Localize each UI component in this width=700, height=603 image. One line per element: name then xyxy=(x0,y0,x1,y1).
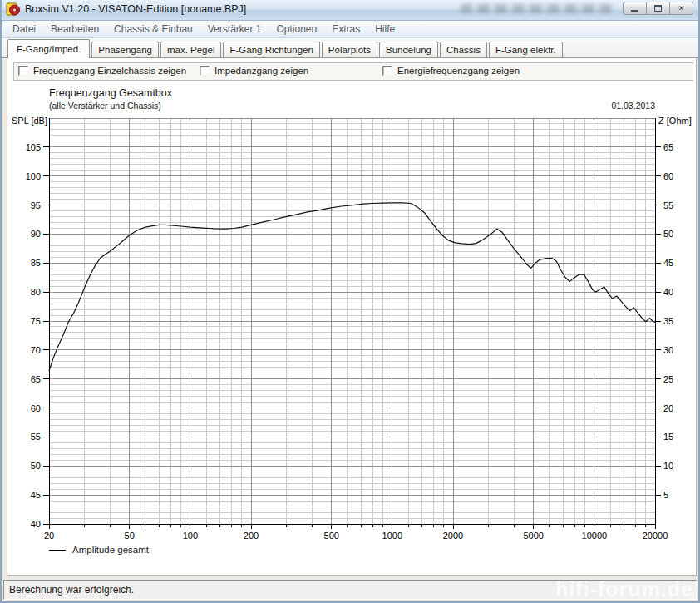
tab-chassis[interactable]: Chassis xyxy=(440,42,487,57)
minimize-icon xyxy=(631,9,638,12)
legend-label: Amplitude gesamt xyxy=(72,545,149,555)
tab-fgang-richtungen[interactable]: F-Gang Richtungen xyxy=(223,42,319,57)
checkbox-einzelchassis[interactable]: Frequenzgang Einzelchassis zeigen xyxy=(18,66,186,76)
redacted-title-text xyxy=(461,4,612,13)
y-axis-left-label: SPL [dB] xyxy=(2,116,47,126)
checkbox-icon[interactable] xyxy=(382,66,392,76)
checkbox-panel: Frequenzgang Einzelchassis zeigen Impeda… xyxy=(13,62,693,81)
tab-fgang-imped[interactable]: F-Gang/Imped. xyxy=(7,39,90,58)
close-icon: ✕ xyxy=(678,4,685,12)
tab-polarplots[interactable]: Polarplots xyxy=(322,42,377,57)
window-controls: ✕ xyxy=(624,2,693,15)
checkbox-icon[interactable] xyxy=(18,66,28,76)
tab-max-pegel[interactable]: max. Pegel xyxy=(160,42,222,57)
status-text: Berechnung war erfolgreich. xyxy=(9,584,134,596)
menu-datei[interactable]: Datei xyxy=(5,22,43,37)
menu-chassis-einbau[interactable]: Chassis & Einbau xyxy=(106,22,200,37)
checkbox-impedanzgang[interactable]: Impedanzgang zeigen xyxy=(200,66,308,76)
menu-hilfe[interactable]: Hilfe xyxy=(367,22,402,37)
legend-line-icon xyxy=(49,550,66,551)
checkbox-label: Energiefrequenzgang zeigen xyxy=(397,66,520,76)
maximize-icon xyxy=(654,5,662,12)
y-axis-right-label: Z [Ohm] xyxy=(658,116,692,126)
menu-bearbeiten[interactable]: Bearbeiten xyxy=(43,22,106,37)
tab-phasengang[interactable]: Phasengang xyxy=(91,42,159,57)
tab-bar: F-Gang/Imped. Phasengang max. Pegel F-Ga… xyxy=(2,38,698,58)
close-button[interactable]: ✕ xyxy=(669,2,693,15)
status-bar: Berechnung war erfolgreich. xyxy=(3,580,697,600)
chart-subtitle: (alle Verstärker und Chassis) xyxy=(49,101,161,111)
maximize-button[interactable] xyxy=(646,2,670,15)
window-title: Boxsim V1.20 - VISATON-Edition [noname.B… xyxy=(25,3,246,15)
tab-fgang-elektr[interactable]: F-Gang elektr. xyxy=(489,42,563,57)
tab-buendelung[interactable]: Bündelung xyxy=(379,42,438,57)
checkbox-label: Impedanzgang zeigen xyxy=(214,66,308,76)
checkbox-label: Frequenzgang Einzelchassis zeigen xyxy=(33,66,186,76)
menu-extras[interactable]: Extras xyxy=(324,22,367,37)
chart-legend: Amplitude gesamt xyxy=(49,544,149,556)
checkbox-energiefrequenzgang[interactable]: Energiefrequenzgang zeigen xyxy=(382,66,520,76)
menu-verstaerker1[interactable]: Verstärker 1 xyxy=(200,22,269,37)
app-icon xyxy=(6,2,20,17)
menu-optionen[interactable]: Optionen xyxy=(269,22,324,37)
checkbox-icon[interactable] xyxy=(200,66,210,76)
chart-page xyxy=(7,58,697,576)
menu-bar: Datei Bearbeiten Chassis & Einbau Verstä… xyxy=(2,21,698,38)
title-bar[interactable]: Boxsim V1.20 - VISATON-Edition [noname.B… xyxy=(2,0,698,21)
minimize-button[interactable] xyxy=(623,2,647,15)
chart-title: Frequenzgang Gesamtbox xyxy=(49,87,172,99)
chart-date: 01.03.2013 xyxy=(572,101,655,111)
app-window: Boxsim V1.20 - VISATON-Edition [noname.B… xyxy=(0,0,700,603)
